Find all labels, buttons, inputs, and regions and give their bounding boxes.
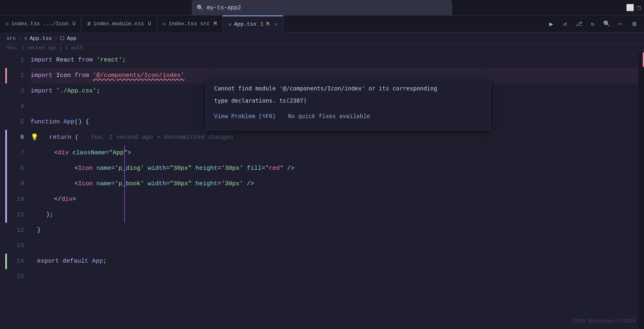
redo-icon[interactable]: ↻ xyxy=(587,18,598,30)
punct-lt7: < xyxy=(54,145,58,161)
status-mark-1 xyxy=(0,53,8,68)
popup-actions: View Problem (⌥F8) No quick fixes availa… xyxy=(214,109,482,124)
status-mark-8 xyxy=(0,161,8,176)
punct-eq8d: = xyxy=(261,161,265,176)
tsx-icon-2: ⚛ xyxy=(163,21,166,27)
punct-lt10: </ xyxy=(54,192,61,207)
editor-window: 🔍 ⬜ ❐ ⚛ index.tsx .../Icon U # index.mod… xyxy=(0,0,644,329)
punct-closebrace: } xyxy=(37,223,41,238)
status-mark-9 xyxy=(0,176,8,192)
line-num-4: 4 xyxy=(8,99,24,114)
punct-semi-1: ; xyxy=(122,53,126,68)
close-icon[interactable]: ✕ xyxy=(274,21,277,28)
line-num-9: 9 xyxy=(8,176,24,192)
status-column xyxy=(0,53,8,329)
fn-name-app: App xyxy=(64,114,74,130)
punct-lt8: < xyxy=(74,161,78,176)
status-mark-3 xyxy=(0,83,8,99)
toolbar-right: ▶ ↺ ⎇ ↻ 🔍 ⋯ ⊞ xyxy=(545,18,644,30)
line-num-7: 7 xyxy=(8,145,24,161)
tag-div: div xyxy=(58,145,72,161)
tab-badge: 1 M xyxy=(261,22,269,27)
punct-closeparen: ); xyxy=(46,207,53,223)
git-author: You, 1 second ago xyxy=(7,45,56,51)
tab-index-css[interactable]: # index.module.css U xyxy=(81,15,157,33)
code-line-1: import React from 'react'; xyxy=(31,53,638,68)
scrollbar[interactable] xyxy=(638,53,644,329)
status-mark-6 xyxy=(0,130,8,145)
tab-app-tsx[interactable]: ⚛ App.tsx 1 M ✕ xyxy=(223,15,283,33)
top-bar: 🔍 ⬜ ❐ xyxy=(0,0,644,15)
more-icon[interactable]: ⋯ xyxy=(615,18,626,30)
attr-val-app: "App" xyxy=(109,145,127,161)
breadcrumb-tsx-icon: ⚛ xyxy=(24,35,27,42)
punct-eq7: = xyxy=(105,145,109,161)
punct-paren: () { xyxy=(74,114,89,130)
purple-mark-3 xyxy=(5,161,7,176)
line-num-15: 15 xyxy=(8,269,24,285)
hash-icon: # xyxy=(87,21,90,27)
attr-val-h2: '30px' xyxy=(221,176,243,192)
attr-val-w1: "30px" xyxy=(170,161,195,176)
git-auth-count: 1 auth xyxy=(65,45,83,51)
branch-icon[interactable]: ⎇ xyxy=(573,18,585,30)
restore-icon[interactable]: ❐ xyxy=(637,4,641,12)
code-line-8: <Icon name='p_ding' width="30px" height=… xyxy=(31,161,638,176)
punct-eq9a: = xyxy=(111,176,115,192)
search-icon-2[interactable]: 🔍 xyxy=(601,18,612,30)
status-mark-10 xyxy=(0,192,8,207)
breadcrumb-file: App.tsx xyxy=(30,35,52,42)
code-line-10: </div> xyxy=(31,192,638,207)
tsx-icon: ⚛ xyxy=(6,21,9,27)
purple-mark-4 xyxy=(5,176,7,192)
attr-name-1: name xyxy=(96,161,111,176)
status-mark-4 xyxy=(0,99,8,114)
kw-import-2: import xyxy=(31,68,56,83)
breadcrumb-fn-icon: ⬡ xyxy=(60,35,64,42)
kw-export: export xyxy=(37,254,63,269)
tab-index-tsx-icon[interactable]: ⚛ index.tsx .../Icon U xyxy=(0,15,81,33)
breadcrumb-src: src xyxy=(7,35,16,42)
tab-bar: ⚛ index.tsx .../Icon U # index.module.cs… xyxy=(0,15,644,33)
attr-val-w2: "30px" xyxy=(170,176,195,192)
search-input[interactable] xyxy=(207,4,447,11)
maximize-icon[interactable]: ⬜ xyxy=(626,4,634,12)
punct-eq8c: = xyxy=(217,161,221,176)
attr-classname: className xyxy=(72,145,105,161)
attr-val-h1: '30px' xyxy=(221,161,247,176)
purple-mark-5 xyxy=(5,192,7,207)
search-bar[interactable]: 🔍 xyxy=(192,0,452,15)
kw-default: default xyxy=(63,254,92,269)
attr-val-pding: 'p_ding' xyxy=(115,161,148,176)
undo-icon[interactable]: ↺ xyxy=(559,18,571,30)
attr-val-pbook: 'p_book' xyxy=(115,176,148,192)
punct-semi-3: ; xyxy=(96,83,100,99)
ghost-text: You, 1 second ago • Uncommitted changes xyxy=(91,130,234,145)
line-num-14: 14 xyxy=(8,254,24,269)
breadcrumb-sep1: › xyxy=(18,35,22,42)
code-line-14: export default App; xyxy=(31,254,638,269)
tab-label: index.module.css xyxy=(93,21,144,27)
kw-return: return xyxy=(49,130,75,145)
attr-name-2: name xyxy=(96,176,111,192)
layout-icon[interactable]: ⊞ xyxy=(629,18,640,30)
tsx-icon-3: ⚛ xyxy=(228,21,232,28)
code-line-9: <Icon name='p_book' width="30px" height=… xyxy=(31,176,638,192)
view-problem-btn[interactable]: View Problem (⌥F8) xyxy=(214,109,276,124)
kw-import-3: import xyxy=(31,83,56,99)
str-icon-path: '@/components/Icon/index' xyxy=(93,68,184,83)
run-icon[interactable]: ▶ xyxy=(545,18,557,30)
line-num-1: 1 xyxy=(8,53,24,68)
watermark: CSDN @harmsworth2016 xyxy=(572,318,636,324)
line-num-3: 3 xyxy=(8,83,24,99)
attr-fill: fill xyxy=(247,161,261,176)
str-app-css: './App.css' xyxy=(56,83,96,99)
status-mark-14 xyxy=(0,254,8,269)
status-mark-7 xyxy=(0,145,8,161)
tab-index-tsx-src[interactable]: ⚛ index.tsx src M xyxy=(157,15,223,33)
error-popup: Cannot find module '@/components/Icon/in… xyxy=(206,78,491,130)
line-num-11: 11 xyxy=(8,207,24,223)
purple-mark-2 xyxy=(5,145,7,161)
lightbulb-icon[interactable]: 💡 xyxy=(31,130,39,145)
punct-gt10: > xyxy=(72,192,76,207)
